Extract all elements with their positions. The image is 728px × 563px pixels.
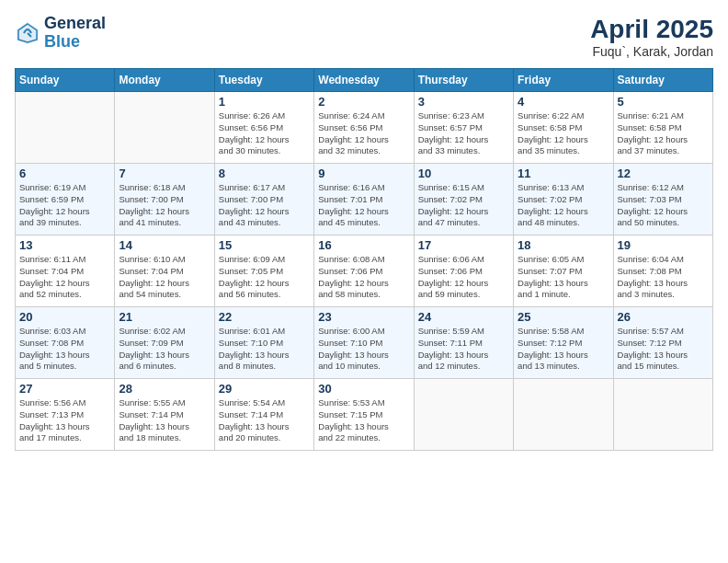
day-number: 16 [318, 238, 409, 252]
calendar-day-cell [115, 92, 214, 164]
day-number: 15 [219, 238, 310, 252]
day-number: 9 [318, 167, 409, 180]
day-number: 24 [418, 310, 509, 324]
day-number: 14 [119, 238, 210, 252]
day-info: Sunrise: 6:08 AMSunset: 7:06 PMDaylight:… [318, 254, 409, 301]
day-number: 23 [318, 310, 409, 324]
calendar-day-cell: 5Sunrise: 6:21 AMSunset: 6:58 PMDaylight… [613, 92, 712, 164]
calendar-day-cell: 12Sunrise: 6:12 AMSunset: 7:03 PMDayligh… [613, 164, 712, 236]
calendar-day-cell: 4Sunrise: 6:22 AMSunset: 6:58 PMDaylight… [514, 92, 613, 164]
logo: General Blue [15, 15, 106, 52]
calendar-day-cell: 2Sunrise: 6:24 AMSunset: 6:56 PMDaylight… [314, 92, 414, 164]
calendar-week-row: 6Sunrise: 6:19 AMSunset: 6:59 PMDaylight… [16, 164, 713, 236]
calendar-day-cell: 17Sunrise: 6:06 AMSunset: 7:06 PMDayligh… [414, 236, 513, 307]
day-info: Sunrise: 6:15 AMSunset: 7:02 PMDaylight:… [418, 182, 509, 229]
calendar-day-cell: 20Sunrise: 6:03 AMSunset: 7:08 PMDayligh… [16, 307, 115, 379]
day-info: Sunrise: 6:17 AMSunset: 7:00 PMDaylight:… [219, 182, 310, 229]
calendar-day-cell: 6Sunrise: 6:19 AMSunset: 6:59 PMDaylight… [16, 164, 115, 236]
header-saturday: Saturday [613, 69, 712, 92]
day-info: Sunrise: 6:00 AMSunset: 7:10 PMDaylight:… [318, 326, 409, 373]
day-number: 11 [518, 167, 609, 180]
day-number: 1 [219, 95, 310, 109]
calendar-week-row: 27Sunrise: 5:56 AMSunset: 7:13 PMDayligh… [16, 379, 713, 451]
calendar-week-row: 13Sunrise: 6:11 AMSunset: 7:04 PMDayligh… [16, 236, 713, 307]
day-info: Sunrise: 6:09 AMSunset: 7:05 PMDaylight:… [219, 254, 310, 301]
day-number: 13 [19, 238, 110, 252]
day-info: Sunrise: 6:24 AMSunset: 6:56 PMDaylight:… [318, 110, 409, 157]
day-info: Sunrise: 6:10 AMSunset: 7:04 PMDaylight:… [119, 254, 210, 301]
location: Fuqu`, Karak, Jordan [590, 44, 713, 59]
day-info: Sunrise: 6:06 AMSunset: 7:06 PMDaylight:… [418, 254, 509, 301]
day-number: 21 [119, 310, 210, 324]
day-number: 28 [119, 382, 210, 396]
day-info: Sunrise: 6:26 AMSunset: 6:56 PMDaylight:… [219, 110, 310, 157]
day-info: Sunrise: 6:04 AMSunset: 7:08 PMDaylight:… [618, 254, 709, 301]
calendar-day-cell: 1Sunrise: 6:26 AMSunset: 6:56 PMDaylight… [214, 92, 313, 164]
day-number: 17 [418, 238, 509, 252]
day-info: Sunrise: 6:19 AMSunset: 6:59 PMDaylight:… [19, 182, 110, 229]
day-info: Sunrise: 6:22 AMSunset: 6:58 PMDaylight:… [518, 110, 609, 157]
calendar-day-cell: 7Sunrise: 6:18 AMSunset: 7:00 PMDaylight… [115, 164, 214, 236]
header-monday: Monday [115, 69, 214, 92]
header-thursday: Thursday [414, 69, 513, 92]
day-number: 22 [219, 310, 310, 324]
calendar-day-cell [16, 92, 115, 164]
day-info: Sunrise: 5:54 AMSunset: 7:14 PMDaylight:… [219, 397, 310, 444]
page-container: General Blue April 2025 Fuqu`, Karak, Jo… [0, 0, 728, 563]
calendar-day-cell: 23Sunrise: 6:00 AMSunset: 7:10 PMDayligh… [314, 307, 414, 379]
day-info: Sunrise: 5:58 AMSunset: 7:12 PMDaylight:… [518, 326, 609, 373]
day-info: Sunrise: 6:05 AMSunset: 7:07 PMDaylight:… [518, 254, 609, 301]
day-info: Sunrise: 6:01 AMSunset: 7:10 PMDaylight:… [219, 326, 310, 373]
calendar-day-cell: 9Sunrise: 6:16 AMSunset: 7:01 PMDaylight… [314, 164, 414, 236]
header-friday: Friday [514, 69, 613, 92]
header-sunday: Sunday [16, 69, 115, 92]
header-wednesday: Wednesday [314, 69, 414, 92]
day-info: Sunrise: 5:57 AMSunset: 7:12 PMDaylight:… [618, 326, 709, 373]
calendar-day-cell: 22Sunrise: 6:01 AMSunset: 7:10 PMDayligh… [214, 307, 313, 379]
day-info: Sunrise: 5:59 AMSunset: 7:11 PMDaylight:… [418, 326, 509, 373]
calendar-day-cell: 18Sunrise: 6:05 AMSunset: 7:07 PMDayligh… [514, 236, 613, 307]
calendar-day-cell: 28Sunrise: 5:55 AMSunset: 7:14 PMDayligh… [115, 379, 214, 451]
day-info: Sunrise: 5:55 AMSunset: 7:14 PMDaylight:… [119, 397, 210, 444]
header: General Blue April 2025 Fuqu`, Karak, Jo… [15, 15, 713, 59]
calendar-day-cell: 11Sunrise: 6:13 AMSunset: 7:02 PMDayligh… [514, 164, 613, 236]
day-info: Sunrise: 6:21 AMSunset: 6:58 PMDaylight:… [618, 110, 709, 157]
calendar-day-cell: 10Sunrise: 6:15 AMSunset: 7:02 PMDayligh… [414, 164, 513, 236]
day-info: Sunrise: 6:02 AMSunset: 7:09 PMDaylight:… [119, 326, 210, 373]
day-number: 27 [19, 382, 110, 396]
day-info: Sunrise: 6:18 AMSunset: 7:00 PMDaylight:… [119, 182, 210, 229]
calendar-day-cell: 26Sunrise: 5:57 AMSunset: 7:12 PMDayligh… [613, 307, 712, 379]
calendar-day-cell: 24Sunrise: 5:59 AMSunset: 7:11 PMDayligh… [414, 307, 513, 379]
calendar-day-cell: 27Sunrise: 5:56 AMSunset: 7:13 PMDayligh… [16, 379, 115, 451]
header-tuesday: Tuesday [214, 69, 313, 92]
calendar-day-cell: 15Sunrise: 6:09 AMSunset: 7:05 PMDayligh… [214, 236, 313, 307]
calendar-day-cell: 13Sunrise: 6:11 AMSunset: 7:04 PMDayligh… [16, 236, 115, 307]
calendar-day-cell: 14Sunrise: 6:10 AMSunset: 7:04 PMDayligh… [115, 236, 214, 307]
calendar-day-cell: 21Sunrise: 6:02 AMSunset: 7:09 PMDayligh… [115, 307, 214, 379]
day-info: Sunrise: 5:56 AMSunset: 7:13 PMDaylight:… [19, 397, 110, 444]
logo-icon [15, 20, 40, 46]
day-number: 8 [219, 167, 310, 180]
calendar-day-cell: 30Sunrise: 5:53 AMSunset: 7:15 PMDayligh… [314, 379, 414, 451]
day-number: 18 [518, 238, 609, 252]
day-number: 10 [418, 167, 509, 180]
calendar-day-cell: 16Sunrise: 6:08 AMSunset: 7:06 PMDayligh… [314, 236, 414, 307]
logo-general: General [44, 15, 106, 33]
logo-blue: Blue [44, 33, 106, 52]
day-number: 2 [318, 95, 409, 109]
day-number: 6 [19, 167, 110, 180]
weekday-header-row: Sunday Monday Tuesday Wednesday Thursday… [16, 69, 713, 92]
day-number: 25 [518, 310, 609, 324]
calendar-day-cell [514, 379, 613, 451]
day-number: 7 [119, 167, 210, 180]
day-info: Sunrise: 6:03 AMSunset: 7:08 PMDaylight:… [19, 326, 110, 373]
logo-text: General Blue [44, 15, 106, 52]
title-section: April 2025 Fuqu`, Karak, Jordan [590, 15, 713, 59]
calendar-week-row: 20Sunrise: 6:03 AMSunset: 7:08 PMDayligh… [16, 307, 713, 379]
day-number: 29 [219, 382, 310, 396]
day-info: Sunrise: 6:16 AMSunset: 7:01 PMDaylight:… [318, 182, 409, 229]
day-info: Sunrise: 5:53 AMSunset: 7:15 PMDaylight:… [318, 397, 409, 444]
day-number: 26 [618, 310, 709, 324]
calendar-table: Sunday Monday Tuesday Wednesday Thursday… [15, 68, 713, 451]
day-number: 5 [618, 95, 709, 109]
